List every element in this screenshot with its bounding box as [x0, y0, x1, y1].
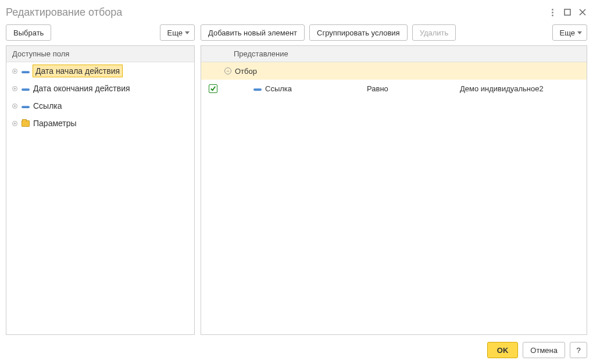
help-button[interactable]: ? — [570, 342, 587, 358]
tree-row[interactable]: Параметры — [6, 115, 194, 132]
condition-value: Демо индивидуальное2 — [460, 84, 587, 93]
filter-root-label: Отбор — [235, 67, 257, 76]
filter-condition-row[interactable]: Ссылка Равно Демо индивидуальное2 — [201, 80, 587, 97]
expand-icon[interactable] — [11, 85, 18, 92]
dialog-footer: OK Отмена ? — [487, 342, 587, 358]
representation-header: Представление — [230, 49, 581, 58]
available-fields-header: Доступные поля — [6, 46, 194, 62]
group-conditions-button[interactable]: Сгруппировать условия — [309, 24, 408, 41]
chevron-down-icon — [577, 31, 582, 34]
right-toolbar: Добавить новый элемент Сгруппировать усл… — [201, 24, 587, 41]
collapse-icon[interactable]: − — [224, 67, 231, 74]
available-fields-tree[interactable]: Дата начала действия Дата окончания дейс… — [6, 62, 194, 334]
window-controls — [548, 8, 587, 17]
condition-field: Ссылка — [265, 84, 292, 93]
left-more-button[interactable]: Еще — [160, 24, 195, 41]
titlebar: Редактирование отбора — [6, 5, 587, 20]
tree-label: Ссылка — [33, 101, 62, 110]
filter-rows[interactable]: − Отбор Ссылка — [201, 62, 587, 334]
expand-icon[interactable] — [11, 102, 18, 109]
expand-icon[interactable] — [11, 120, 18, 127]
tree-row[interactable]: Ссылка — [6, 97, 194, 115]
left-more-label: Еще — [167, 28, 183, 37]
delete-button[interactable]: Удалить — [412, 24, 456, 41]
tree-label: Дата окончания действия — [33, 84, 130, 93]
filter-panel: Представление − Отбор — [201, 45, 587, 335]
menu-icon[interactable] — [548, 8, 557, 17]
window-title: Редактирование отбора — [6, 6, 548, 19]
field-icon — [22, 71, 30, 73]
select-button[interactable]: Выбрать — [6, 24, 51, 41]
add-element-button[interactable]: Добавить новый элемент — [201, 24, 305, 41]
right-more-label: Еще — [560, 28, 575, 37]
tree-label: Дата начала действия — [33, 65, 122, 77]
left-toolbar: Выбрать Еще — [6, 24, 195, 41]
tree-row[interactable]: Дата окончания действия — [6, 80, 194, 97]
cancel-button[interactable]: Отмена — [523, 342, 565, 358]
expand-icon[interactable] — [11, 67, 18, 74]
field-icon — [22, 88, 30, 91]
svg-rect-0 — [565, 9, 570, 15]
ok-button[interactable]: OK — [487, 342, 519, 358]
condition-operator: Равно — [367, 84, 460, 93]
available-fields-panel: Доступные поля Дата начала действия Дата… — [6, 45, 195, 335]
close-icon[interactable] — [578, 8, 587, 17]
main-panels: Доступные поля Дата начала действия Дата… — [6, 45, 587, 335]
filter-header: Представление — [201, 46, 587, 62]
right-more-button[interactable]: Еще — [552, 24, 587, 41]
filter-root-row[interactable]: − Отбор — [201, 62, 587, 80]
field-icon — [22, 106, 30, 108]
folder-icon — [22, 120, 30, 127]
toolbars: Выбрать Еще Добавить новый элемент Сгруп… — [6, 24, 587, 41]
filter-editor-window: Редактирование отбора Выбрать Еще Добави… — [0, 0, 593, 364]
row-checkbox[interactable] — [209, 84, 217, 93]
chevron-down-icon — [185, 31, 190, 34]
tree-row[interactable]: Дата начала действия — [6, 62, 194, 80]
tree-label: Параметры — [33, 119, 77, 128]
maximize-icon[interactable] — [563, 8, 572, 17]
field-icon — [253, 88, 262, 91]
